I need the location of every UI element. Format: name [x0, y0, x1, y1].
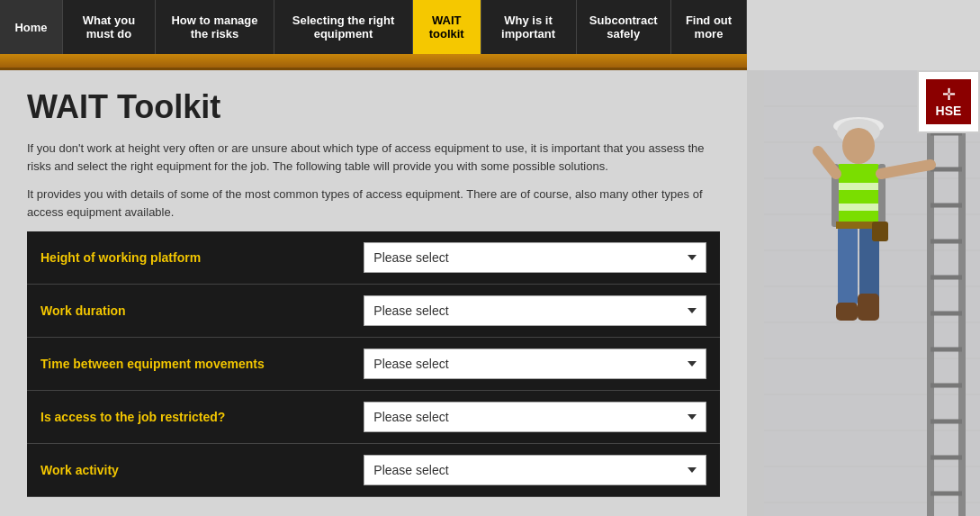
toolkit-row-4: Work activityPlease select	[27, 444, 720, 497]
nav-item-5[interactable]: Why is it important	[481, 0, 577, 54]
main-layout: WAIT Toolkit If you don't work at height…	[0, 70, 980, 516]
nav-item-4[interactable]: WAIT toolkit	[413, 0, 481, 54]
toolkit-select-4[interactable]: Please select	[364, 455, 706, 485]
svg-rect-44	[872, 222, 888, 241]
hse-logo-cross: ✛	[942, 86, 956, 103]
svg-rect-42	[858, 294, 879, 321]
hse-logo-inner: ✛ HSE	[926, 79, 971, 124]
toolkit-select-cell-3: Please select	[350, 391, 720, 444]
nav-bar: HomeWhat you must doHow to manage the ri…	[0, 0, 980, 54]
svg-rect-33	[836, 183, 881, 190]
svg-rect-34	[836, 204, 881, 211]
toolkit-select-cell-0: Please select	[350, 231, 720, 285]
toolkit-row-2: Time between equipment movementsPlease s…	[27, 338, 720, 391]
toolkit-label-1: Work duration	[27, 285, 350, 338]
toolkit-select-3[interactable]: Please select	[364, 402, 706, 432]
nav-item-2[interactable]: How to manage the risks	[156, 0, 274, 54]
toolkit-label-3: Is access to the job restricted?	[27, 391, 350, 444]
toolkit-table: Height of working platformPlease selectW…	[27, 231, 720, 497]
toolkit-label-0: Height of working platform	[27, 231, 350, 285]
nav-item-0[interactable]: Home	[0, 0, 63, 54]
toolkit-row-1: Work durationPlease select	[27, 285, 720, 338]
description-1: If you don't work at height very often o…	[27, 140, 720, 175]
toolkit-select-cell-1: Please select	[350, 285, 720, 338]
toolkit-select-cell-4: Please select	[350, 444, 720, 497]
hse-logo-text: HSE	[936, 104, 962, 117]
nav-item-1[interactable]: What you must do	[63, 0, 156, 54]
svg-rect-32	[836, 164, 881, 227]
nav-item-6[interactable]: Subcontract safely	[577, 0, 672, 54]
toolkit-row-3: Is access to the job restricted?Please s…	[27, 391, 720, 444]
toolkit-select-1[interactable]: Please select	[364, 295, 706, 326]
content-area: WAIT Toolkit If you don't work at height…	[0, 70, 747, 516]
shelf	[0, 54, 747, 70]
nav-item-3[interactable]: Selecting the right equipment	[274, 0, 413, 54]
toolkit-label-4: Work activity	[27, 444, 350, 497]
svg-point-31	[842, 128, 875, 164]
svg-rect-39	[838, 225, 858, 306]
toolkit-label-2: Time between equipment movements	[27, 338, 350, 391]
description-2: It provides you with details of some of …	[27, 186, 720, 221]
toolkit-row-0: Height of working platformPlease select	[27, 231, 720, 285]
toolkit-select-2[interactable]: Please select	[364, 349, 706, 379]
worker-ladder-image	[764, 70, 980, 516]
nav-item-7[interactable]: Find out more	[671, 0, 747, 54]
svg-rect-41	[836, 303, 858, 321]
toolkit-select-0[interactable]: Please select	[364, 242, 706, 273]
toolkit-select-cell-2: Please select	[350, 338, 720, 391]
page-title: WAIT Toolkit	[27, 88, 720, 126]
image-area: ✛ HSE	[747, 70, 980, 516]
hse-logo: ✛ HSE	[917, 70, 980, 133]
